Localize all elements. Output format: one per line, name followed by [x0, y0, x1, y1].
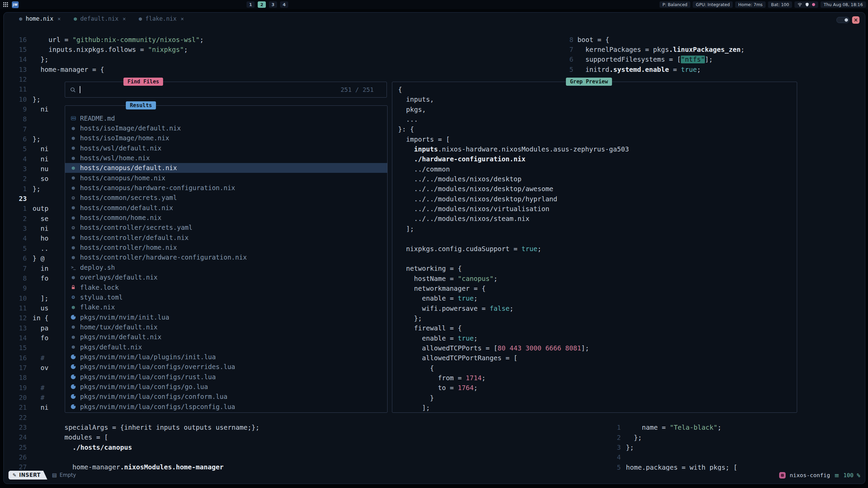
file-result[interactable]: ❆pkgs/nvim/default.nix — [65, 332, 387, 342]
status-module: P: Balanced — [659, 1, 691, 8]
file-result[interactable]: ❆hosts/isoImage/default.nix — [65, 123, 387, 133]
file-result[interactable]: ❆hosts/controller/default.nix — [65, 232, 387, 242]
line-number: 8 — [4, 114, 27, 124]
file-result[interactable]: ❆hosts/common/home.nix — [65, 212, 387, 222]
file-result[interactable]: pkgs/nvim/nvim/lua/configs/overrides.lua — [65, 362, 387, 372]
code-line: from = 1714; — [398, 373, 797, 383]
line-number: 13 — [4, 323, 27, 333]
line-number: 5 — [560, 65, 573, 75]
file-result[interactable]: ⚙hosts/common/secrets.yaml — [65, 193, 387, 203]
workspace-3[interactable]: 3 — [269, 1, 277, 8]
line-number: 8 — [4, 273, 27, 283]
file-result[interactable]: ❆hosts/canopus/home.nix — [65, 173, 387, 183]
lua-file-icon — [70, 364, 77, 369]
file-result[interactable]: ❆overlays/default.nix — [65, 272, 387, 282]
file-result[interactable]: pkgs/nvim/nvim/lua/configs/rust.lua — [65, 372, 387, 382]
line-number: 10 — [4, 293, 27, 303]
file-result[interactable]: ❆hosts/wsl/home.nix — [65, 153, 387, 163]
file-result[interactable]: ❆hosts/wsl/default.nix — [65, 143, 387, 153]
code-line: nixpkgs.config.cudaSupport = true; — [398, 244, 797, 254]
mode-indicator: ✎ INSERT — [8, 471, 47, 480]
code-line — [398, 254, 797, 264]
line-number: 19 — [4, 383, 27, 393]
line-number: 23 — [4, 423, 27, 432]
result-counter: 251 / 251 — [340, 86, 374, 93]
tab-close-icon[interactable]: × — [58, 16, 61, 22]
tab-home-nix[interactable]: ❆home.nix× — [19, 15, 61, 22]
code-line: inputs, — [398, 95, 797, 104]
file-result[interactable]: flake.lock — [65, 282, 387, 292]
code-line: 25 ./hosts/canopus — [4, 443, 560, 452]
file-result[interactable]: >_deploy.sh — [65, 262, 387, 272]
status-module: Bat: 100 — [768, 1, 792, 8]
file-result[interactable]: ❆hosts/canopus/default.nix — [65, 163, 387, 173]
status-modules: P: BalancedGPU: IntegratedHome: 7msBat: … — [659, 1, 792, 8]
nix-file-icon: ❆ — [70, 244, 77, 251]
line-number: 13 — [4, 65, 27, 75]
file-result[interactable]: pkgs/nvim/nvim/lua/configs/go.lua — [65, 382, 387, 391]
code-line: allowedTCPPorts = [80 443 3000 6666 8081… — [398, 343, 797, 353]
file-result[interactable]: ❆hosts/controller/hardware-configuration… — [65, 252, 387, 262]
line-number: 3 — [605, 443, 621, 452]
file-result[interactable]: ❆hosts/controller/home.nix — [65, 242, 387, 252]
file-result[interactable]: pkgs/nvim/nvim/lua/configs/lspconfig.lua — [65, 402, 387, 411]
file-result[interactable]: pkgs/nvim/nvim/lua/plugins/init.lua — [65, 352, 387, 362]
desktop: JW 1234 P: BalancedGPU: IntegratedHome: … — [0, 0, 868, 488]
system-tray[interactable] — [794, 1, 818, 8]
line-number: 6 — [4, 253, 27, 263]
code-line: 14 }; — [4, 55, 560, 64]
line-number: 25 — [4, 443, 27, 452]
code-line: 1 name = "Tela-black"; — [605, 423, 862, 432]
workspace-1[interactable]: 1 — [246, 1, 255, 8]
editor-pane-right-top: 8boot = {7 kernelPackages = pkgs.linuxPa… — [560, 35, 865, 75]
status-module: GPU: Integrated — [693, 1, 733, 8]
file-result[interactable]: ❆pkgs/default.nix — [65, 342, 387, 352]
tab-flake-nix[interactable]: ❆flake.nix× — [139, 15, 184, 22]
window-toggle[interactable] — [836, 17, 849, 23]
window-close-button[interactable]: × — [852, 16, 860, 24]
file-result[interactable]: ❆hosts/canopus/hardware-configuration.ni… — [65, 183, 387, 192]
line-number: 22 — [4, 413, 27, 423]
picker-prompt[interactable]: 251 / 251 — [65, 82, 387, 98]
file-result[interactable]: ❆hosts/common/default.nix — [65, 203, 387, 212]
code-line: ../../modules/nixos/steam.nix — [398, 214, 797, 224]
project-icon — [779, 472, 786, 479]
wifi-icon[interactable] — [797, 2, 802, 7]
code-line: ]; — [398, 224, 797, 234]
tab-default-nix[interactable]: ❆default.nix× — [74, 15, 126, 22]
workspace-2[interactable]: 2 — [258, 1, 266, 8]
line-number: 15 — [4, 45, 27, 55]
project-name: nixos-config — [790, 472, 830, 479]
line-number: 3 — [4, 164, 27, 174]
picker-results: README.md❆hosts/isoImage/default.nix❆hos… — [65, 105, 388, 413]
nix-file-icon: ❆ — [70, 135, 77, 141]
file-result[interactable]: README.md — [65, 113, 387, 123]
tab-close-icon[interactable]: × — [122, 16, 126, 22]
file-result[interactable]: ⚙stylua.toml — [65, 292, 387, 302]
code-line: { — [398, 363, 797, 373]
line-number: 4 — [4, 233, 27, 243]
file-result[interactable]: ⚙hosts/controller/secrets.yaml — [65, 223, 387, 232]
text-cursor — [80, 86, 80, 93]
file-result[interactable]: ❆hosts/isoImage/home.nix — [65, 133, 387, 143]
file-result[interactable]: pkgs/nvim/nvim/init.lua — [65, 312, 387, 322]
shield-icon[interactable] — [805, 2, 809, 7]
file-result[interactable]: pkgs/nvim/nvim/lua/configs/conform.lua — [65, 392, 387, 402]
nix-file-icon: ❆ — [70, 324, 77, 330]
user-logo-icon[interactable]: JW — [12, 1, 19, 8]
file-result[interactable]: ❆home/tux/default.nix — [65, 322, 387, 332]
code-line: inputs.nixos-hardware.nixosModules.asus-… — [398, 144, 797, 154]
nix-file-icon: ❆ — [70, 254, 77, 261]
code-line: } — [398, 393, 797, 403]
line-number: 5 — [4, 244, 27, 253]
record-dot-icon[interactable] — [812, 3, 815, 6]
app-launcher-icon[interactable] — [3, 2, 8, 7]
nix-icon: ❆ — [74, 16, 77, 22]
code-line: hostName = "canopus"; — [398, 274, 797, 284]
file-result[interactable]: ❆flake.nix — [65, 302, 387, 312]
tab-close-icon[interactable]: × — [181, 16, 184, 22]
workspace-4[interactable]: 4 — [280, 1, 288, 8]
scroll-percent: 100 % — [843, 472, 860, 479]
toml-file-icon: ⚙ — [70, 294, 77, 300]
nix-file-icon: ❆ — [70, 334, 77, 340]
